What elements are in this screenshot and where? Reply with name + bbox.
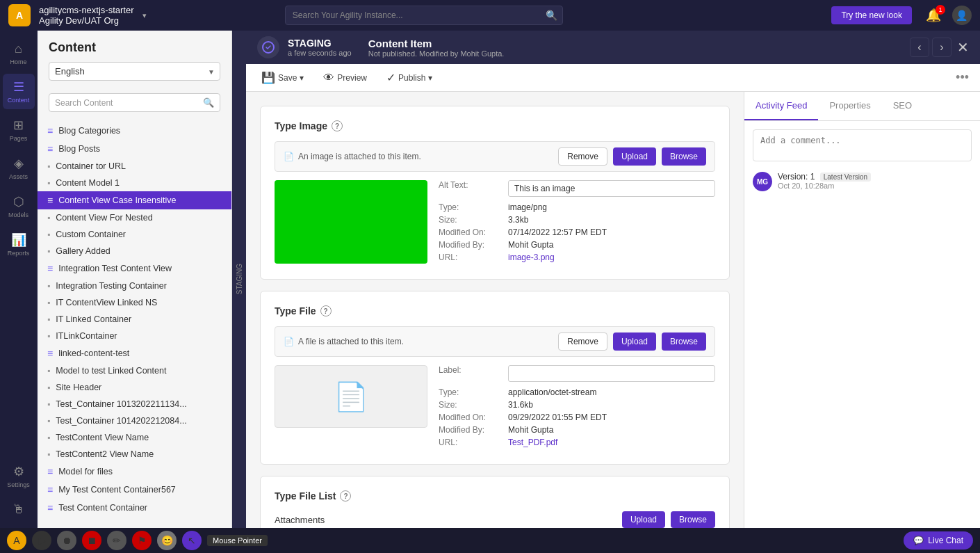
- type-file-help-icon[interactable]: ?: [320, 305, 332, 316]
- list-item-test-container-1[interactable]: ▪ Test_Container 1013202211134...: [38, 396, 231, 412]
- sidebar-item-settings[interactable]: ⚙ Settings: [3, 458, 35, 494]
- save-icon: 💾: [261, 71, 275, 84]
- filelist-browse-button[interactable]: Browse: [671, 511, 715, 528]
- reports-icon: 📊: [11, 232, 26, 248]
- square-icon: ▪: [47, 161, 50, 171]
- search-content-input[interactable]: [55, 98, 199, 108]
- sidebar-item-mouse[interactable]: 🖱: [3, 497, 35, 522]
- prev-button[interactable]: ‹: [910, 38, 929, 57]
- save-button[interactable]: 💾 Save ▾: [257, 68, 308, 87]
- list-item-linked-content-test[interactable]: ≡ linked-content-test: [38, 344, 231, 362]
- global-search[interactable]: 🔍: [285, 6, 563, 25]
- tab-activity-feed[interactable]: Activity Feed: [744, 92, 818, 120]
- list-item-content-view-case-insensitive[interactable]: ≡ Content View Case Insensitive: [38, 191, 231, 209]
- search-icon: 🔍: [546, 10, 557, 21]
- file-attachment-row: 📄 A file is attached to this item. Remov…: [275, 326, 715, 357]
- list-item-test-content-container[interactable]: ≡ Test Content Container: [38, 499, 231, 517]
- app-title[interactable]: agilitycms-nextjs-starter Agility Dev/UA…: [39, 5, 134, 26]
- sidebar-item-content[interactable]: ☰ Content: [3, 74, 35, 109]
- list-item-it-contentview[interactable]: ▪ IT ContentView Linked NS: [38, 294, 231, 311]
- staging-icon: [257, 36, 279, 58]
- tab-properties[interactable]: Properties: [818, 92, 881, 120]
- main-content: STAGING a few seconds ago Content Item N…: [246, 31, 980, 528]
- image-attachment-row: 📄 An image is attached to this item. Rem…: [275, 141, 715, 172]
- sidebar-item-pages[interactable]: ⊞ Pages: [3, 112, 35, 147]
- list-item-testcontent2-view[interactable]: ▪ TestContent2 View Name: [38, 446, 231, 463]
- collapsed-panel: STAGING: [232, 31, 246, 528]
- square-icon: ▪: [47, 213, 50, 223]
- title-dropdown-icon[interactable]: ▾: [142, 11, 147, 20]
- flag-icon[interactable]: ⚑: [132, 531, 152, 550]
- search-input[interactable]: [285, 6, 563, 25]
- list-item-itlinkcontainer[interactable]: ▪ ITLinkContainer: [38, 328, 231, 344]
- sidebar-item-reports[interactable]: 📊 Reports: [3, 227, 35, 262]
- tab-seo[interactable]: SEO: [882, 92, 923, 120]
- file-upload-button[interactable]: Upload: [613, 332, 656, 351]
- cursor-icon[interactable]: ↖: [182, 531, 202, 550]
- file-url-link[interactable]: Test_PDF.pdf: [508, 438, 557, 447]
- panel-tabs: Activity Feed Properties SEO: [744, 92, 980, 121]
- user-avatar[interactable]: 👤: [952, 6, 972, 25]
- close-button[interactable]: ✕: [957, 39, 969, 56]
- notifications-icon[interactable]: 🔔 1: [926, 8, 941, 23]
- sidebar-item-home[interactable]: ⌂ Home: [3, 36, 35, 71]
- list-item-it-linked[interactable]: ▪ IT Linked Container: [38, 311, 231, 328]
- pages-icon: ⊞: [13, 118, 24, 133]
- type-image-help-icon[interactable]: ?: [332, 120, 343, 131]
- preview-icon: 👁: [323, 72, 334, 84]
- list-item-blog-categories[interactable]: ≡ Blog Categories: [38, 122, 231, 140]
- record-icon[interactable]: ⏺: [57, 531, 76, 550]
- sidebar-item-models[interactable]: ⬡ Models: [3, 189, 35, 224]
- image-remove-button[interactable]: Remove: [558, 147, 607, 166]
- file-icon: 📄: [284, 337, 294, 346]
- type-file-section: Type File ? 📄 A file is attached to this…: [260, 291, 730, 465]
- image-browse-button[interactable]: Browse: [662, 147, 706, 166]
- list-item-testcontent-view[interactable]: ▪ TestContent View Name: [38, 429, 231, 446]
- file-detail: 📄 Label: Type: application/octet-stream: [275, 365, 715, 450]
- content-body: Type Image ? 📄 An image is attached to t…: [246, 92, 980, 528]
- face-icon[interactable]: 😊: [157, 531, 177, 550]
- list-item-model-linked[interactable]: ▪ Model to test Linked Content: [38, 362, 231, 379]
- list-item-integration-test[interactable]: ≡ Integration Test Content View: [38, 259, 231, 278]
- file-browse-button[interactable]: Browse: [662, 332, 706, 351]
- attachments-label: Attachments: [275, 515, 325, 525]
- list-item-my-test-container[interactable]: ≡ My Test Content Container567: [38, 481, 231, 499]
- image-upload-button[interactable]: Upload: [613, 147, 656, 166]
- list-icon: ≡: [47, 263, 53, 274]
- more-options-button[interactable]: •••: [956, 70, 969, 85]
- app-logo: A: [8, 4, 31, 26]
- pencil-icon[interactable]: ✏: [107, 531, 126, 550]
- list-item-blog-posts[interactable]: ≡ Blog Posts: [38, 140, 231, 158]
- alt-text-input[interactable]: [508, 180, 715, 197]
- type-file-list-help-icon[interactable]: ?: [340, 490, 351, 502]
- publish-dropdown-icon: ▾: [428, 73, 432, 83]
- file-remove-button[interactable]: Remove: [558, 332, 607, 351]
- file-label-input[interactable]: [508, 365, 715, 382]
- list-item-site-header[interactable]: ▪ Site Header: [38, 379, 231, 396]
- content-search[interactable]: 🔍: [49, 93, 220, 112]
- list-item-model-files[interactable]: ≡ Model for files: [38, 463, 231, 481]
- play-icon[interactable]: ▶: [32, 531, 51, 550]
- list-item-container-url[interactable]: ▪ Container tor URL: [38, 158, 231, 175]
- image-url-link[interactable]: image-3.png: [508, 253, 555, 262]
- save-dropdown-icon: ▾: [300, 73, 304, 83]
- sidebar-item-assets[interactable]: ◈ Assets: [3, 150, 35, 186]
- stop-icon[interactable]: ⏹: [82, 531, 101, 550]
- filelist-upload-button[interactable]: Upload: [622, 511, 665, 528]
- list-item-custom-container[interactable]: ▪ Custom Container: [38, 226, 231, 243]
- try-new-button[interactable]: Try the new look: [831, 6, 912, 24]
- list-item-gallery-added[interactable]: ▪ Gallery Added: [38, 243, 231, 259]
- list-item-content-view-nested[interactable]: ▪ Content View For Nested: [38, 209, 231, 226]
- publish-button[interactable]: ✓ Publish ▾: [382, 68, 436, 87]
- preview-button[interactable]: 👁 Preview: [319, 69, 371, 87]
- live-chat-button[interactable]: 💬 Live Chat: [904, 531, 973, 550]
- agility-bottom-icon[interactable]: A: [7, 531, 26, 550]
- list-item-integration-testing[interactable]: ▪ Integration Testing Container: [38, 278, 231, 294]
- comment-textarea[interactable]: [753, 129, 972, 161]
- type-file-list-section: Type File List ? Attachments Upload Brow…: [260, 476, 730, 528]
- language-select[interactable]: English: [49, 62, 220, 81]
- list-item-content-model-1[interactable]: ▪ Content Model 1: [38, 175, 231, 191]
- square-icon: ▪: [47, 331, 50, 341]
- next-button[interactable]: ›: [932, 38, 952, 57]
- list-item-test-container-2[interactable]: ▪ Test_Container 1014202212084...: [38, 412, 231, 429]
